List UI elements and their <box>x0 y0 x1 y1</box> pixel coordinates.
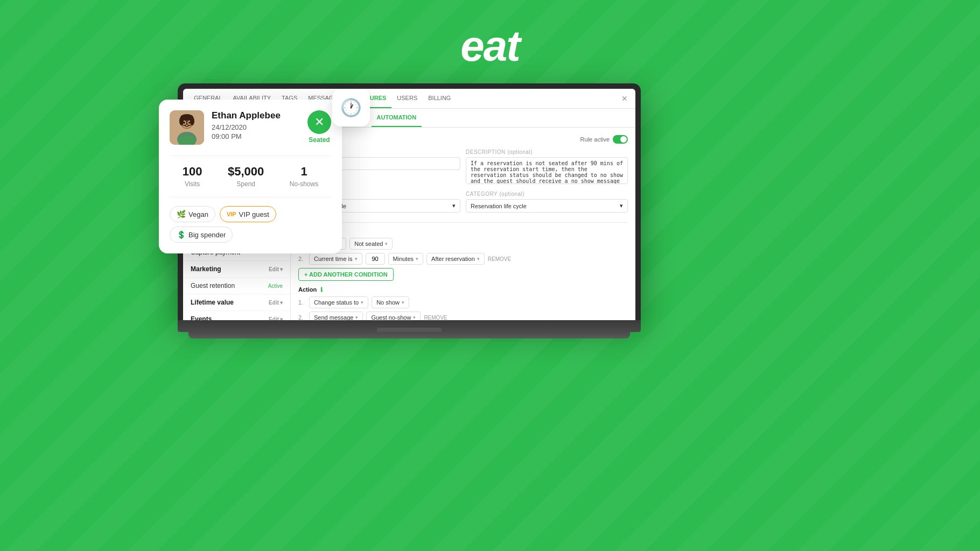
sidebar-lifetime-edit[interactable]: Edit ▾ <box>269 300 283 306</box>
action-1-field1[interactable]: Change status to ▾ <box>309 296 368 308</box>
type-chevron: ▾ <box>452 202 456 209</box>
guest-info: Ethan Applebee 24/12/2020 09:00 PM <box>212 110 300 140</box>
svg-point-11 <box>188 122 191 124</box>
tag-vip-label: VIP guest <box>239 210 269 218</box>
stat-visits: 100 Visits <box>183 165 202 188</box>
stat-visits-value: 100 <box>183 165 202 179</box>
rule-name-desc-row: RULE NAME DESCRIPTION (optional) If a re… <box>298 149 628 191</box>
category-value: Reservation life cycle <box>471 203 527 209</box>
tag-bigspender-label: Big spender <box>188 231 226 239</box>
vegan-icon: 🌿 <box>177 210 186 218</box>
category-chevron: ▾ <box>620 202 623 209</box>
action-1-field2[interactable]: No show ▾ <box>372 296 409 308</box>
description-optional: (optional) <box>507 149 533 155</box>
subtab-automation[interactable]: AUTOMATION <box>372 109 422 127</box>
close-button[interactable]: ✕ <box>619 93 630 104</box>
action-2-field2[interactable]: Guest no-show ▾ <box>366 312 421 320</box>
category-select[interactable]: Reservation life cycle ▾ <box>466 199 628 213</box>
divider-1 <box>298 222 628 223</box>
stat-spend-label: Spend <box>236 180 255 188</box>
condition-2-field4[interactable]: After reservation ▾ <box>426 253 485 265</box>
stats-row: 100 Visits $5,000 Spend 1 No-shows <box>170 156 331 197</box>
action-1-num: 1. <box>298 299 306 306</box>
condition-2-field3[interactable]: Minutes ▾ <box>388 253 424 265</box>
tag-vegan: 🌿 Vegan <box>170 206 215 222</box>
action-2-remove[interactable]: REMOVE <box>424 315 447 321</box>
stat-noshows: 1 No-shows <box>290 165 318 188</box>
category-field: CATEGORY (optional) Reservation life cyc… <box>466 191 628 213</box>
action-2-num: 2. <box>298 314 306 320</box>
condition-2-remove[interactable]: REMOVE <box>488 256 511 262</box>
action-2-field1[interactable]: Send message ▾ <box>309 312 363 320</box>
tag-vegan-label: Vegan <box>188 210 208 218</box>
tab-users[interactable]: USERS <box>391 89 423 108</box>
stat-visits-label: Visits <box>185 180 200 188</box>
avatar-image <box>170 110 204 145</box>
sidebar-events[interactable]: Events Edit ▾ <box>183 311 290 320</box>
stat-spend: $5,000 Spend <box>228 165 264 188</box>
add-condition-button[interactable]: + ADD ANOTHER CONDITION <box>298 268 394 281</box>
condition-2-minutes-input[interactable] <box>366 253 385 265</box>
sidebar-marketing-label: Marketing <box>191 265 221 273</box>
laptop-base <box>178 320 641 332</box>
description-label: DESCRIPTION (optional) <box>466 149 628 155</box>
tag-bigspender: 💲 Big spender <box>170 227 233 243</box>
tab-billing[interactable]: BILLING <box>423 89 456 108</box>
guest-name: Ethan Applebee <box>212 110 300 121</box>
laptop-notch <box>377 328 442 332</box>
tag-vip: VIP VIP guest <box>220 206 276 222</box>
guest-card-header: Ethan Applebee 24/12/2020 09:00 PM ✕ Sea… <box>170 110 331 145</box>
condition-1-field2[interactable]: Not seated ▾ <box>349 238 393 250</box>
rule-active-row: Rule active <box>298 135 628 144</box>
app-logo: eat <box>460 22 520 71</box>
main-panel: Rule active RULE NAME DESCRIPTIO <box>291 128 635 320</box>
stat-noshows-value: 1 <box>290 165 318 179</box>
sidebar-marketing-edit[interactable]: Edit ▾ <box>269 266 283 272</box>
description-field: DESCRIPTION (optional) If a reservation … <box>466 149 628 186</box>
rule-active-toggle[interactable] <box>613 135 628 144</box>
sidebar-retention-badge: Active <box>268 283 283 289</box>
tags-row: 🌿 Vegan VIP VIP guest 💲 Big spender <box>170 206 331 243</box>
action-section: Action ℹ 1. Change status to ▾ <box>298 286 628 320</box>
description-textarea[interactable]: If a reservation is not seated after 90 … <box>466 157 628 184</box>
condition-2-num: 2. <box>298 256 306 262</box>
category-label: CATEGORY (optional) <box>466 191 628 197</box>
svg-point-10 <box>183 122 185 124</box>
condition-2-field1[interactable]: Current time is ▾ <box>309 253 362 265</box>
condition-section-title: Condition <box>298 228 628 235</box>
sidebar-lifetime-value[interactable]: Lifetime value Edit ▾ <box>183 294 290 311</box>
clock-widget: 🕐 <box>332 89 370 126</box>
guest-card: Ethan Applebee 24/12/2020 09:00 PM ✕ Sea… <box>159 100 342 253</box>
action-section-title: Action ℹ <box>298 286 628 293</box>
sidebar-retention-label: Guest retention <box>191 282 235 289</box>
sidebar-events-edit[interactable]: Edit ▾ <box>269 316 283 321</box>
vip-prefix: VIP <box>227 211 236 217</box>
action-2: 2. Send message ▾ Guest no-show ▾ REMOVE <box>298 312 628 320</box>
guest-date: 24/12/2020 <box>212 123 300 131</box>
sidebar-marketing[interactable]: Marketing Edit ▾ <box>183 261 290 278</box>
type-category-row: TYPE Reservation rule ▾ CATEGORY (option… <box>298 191 628 218</box>
sidebar-guest-retention[interactable]: Guest retention Active <box>183 278 290 294</box>
sidebar-events-label: Events <box>191 315 212 320</box>
bigspender-icon: 💲 <box>177 230 186 239</box>
sidebar-lifetime-label: Lifetime value <box>191 299 234 306</box>
action-1: 1. Change status to ▾ No show ▾ <box>298 296 628 308</box>
seated-label: Seated <box>309 136 330 144</box>
condition-2: 2. Current time is ▾ Minutes ▾ <box>298 253 628 265</box>
stat-spend-value: $5,000 <box>228 165 264 179</box>
stat-noshows-label: No-shows <box>290 180 318 188</box>
seated-icon: ✕ <box>307 110 331 134</box>
guest-avatar <box>170 110 204 145</box>
seated-badge: ✕ Seated <box>307 110 331 144</box>
action-info-icon: ℹ <box>320 286 323 293</box>
guest-time: 09:00 PM <box>212 132 300 140</box>
laptop-bottom <box>188 332 630 338</box>
category-optional: (optional) <box>499 191 524 197</box>
rule-active-label: Rule active <box>580 136 610 143</box>
clock-icon: 🕐 <box>340 97 362 118</box>
condition-1: 1. Status is ▾ Not seated ▾ <box>298 238 628 250</box>
